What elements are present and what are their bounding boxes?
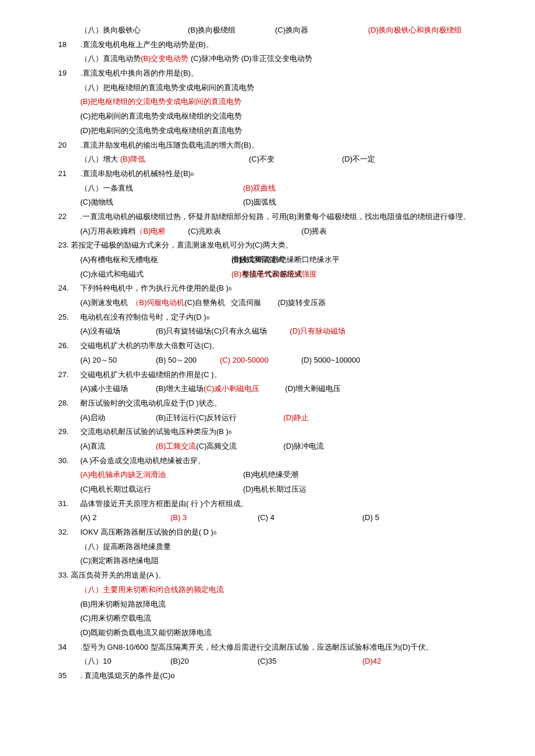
- q27-stem: 交磁电机扩大机中去磁绕组的作用是(C )。: [80, 368, 500, 382]
- q26-stem: 交磁电机扩大机的功率放大倍数可达(C)。: [80, 339, 500, 353]
- q17-opt-b: (B)换向极绕组: [188, 23, 275, 38]
- q23-opt-a: (A)有槽电枢和无槽电枢: [80, 253, 231, 267]
- q27-opt-c: (C)减小剩磁电压: [204, 382, 285, 396]
- q30-opt-c: (C)电机长期过载运行: [80, 482, 243, 497]
- q31-num: 31.: [58, 497, 80, 511]
- q28-num: 28.: [58, 396, 80, 411]
- q17-opt-d: (D)换向极铁心和换向极绕组: [368, 23, 462, 38]
- q19-opt-a: （八）把电枢绕组的直流电势变成电刷间的直流电势: [58, 81, 500, 95]
- q23-stem: 23. 若按定子磁极的励磁方式来分，直流测速发电机可分为(C)两大类。: [58, 238, 500, 253]
- q25-num: 25.: [58, 310, 80, 325]
- q32-num: 32.: [58, 525, 80, 540]
- q24-options: (A)测速发电机 （B)伺服电动机 (C)自整角机 交流伺服 (D)旋转变压器: [58, 296, 500, 310]
- q29-opt-a: (A)直流: [80, 439, 156, 454]
- q29-opt-d: (D)脉冲电流: [283, 439, 324, 454]
- q21-options-row2: (C)抛物线 (D)圆弧线: [58, 195, 500, 210]
- q26-opt-b: (B) 50～200: [156, 353, 220, 368]
- q34-options: （八）10 (B)20 (C)35 (D)42: [58, 654, 500, 669]
- q33-stem: 33. 高压负荷开关的用途是(A )。: [58, 568, 500, 583]
- q21-options-row1: （八）一条直线 (B)双曲线: [58, 181, 500, 196]
- q31-options: (A) 2 (B) 3 (C) 4 (D) 5: [58, 511, 500, 525]
- q26-num: 26.: [58, 339, 80, 353]
- q27-opt-b: (B)增大主磁场: [156, 382, 204, 396]
- q31-stem: 晶体管接近开关原理方框图是由( 行 )个方框组成。: [80, 497, 500, 511]
- q22-stem: .一直流电动机的磁极绕组过热，怀疑并励绕组部分短路，可用(B)测量每个磁极绕组，…: [80, 210, 500, 224]
- q21: 21 .直流串励电动机的机械特性是(B)₀: [58, 167, 500, 181]
- q25-opt-b: (B)只有旋转磁场: [156, 324, 211, 339]
- q18-stem: .直流发电机电枢上产生的电动势是(B)。: [80, 38, 500, 52]
- q33-opt-b: (B)用来切断短路故障电流: [58, 597, 500, 612]
- q25-options: (A)没有磁场 (B)只有旋转磁场 (C)只有永久磁场 (D)只有脉动磁场: [58, 324, 500, 339]
- q32-opt-a: （八）提高断路器绝缘质量: [58, 540, 500, 554]
- q33-opt-d: (D)既能切断负载电流又能切断故障电流: [58, 626, 500, 640]
- q23-row2: (C)永磁式和电磁式 (B)考核电气设备绝缘强度 整流子式和感应式: [58, 267, 500, 282]
- q28: 28. 耐压试验时的交流电动机应处于(D )状态。: [58, 396, 500, 411]
- q32-opt-c: (C)测定断路器绝缘电阻: [58, 554, 500, 568]
- q21-stem: .直流串励电动机的机械特性是(B)₀: [80, 167, 500, 181]
- q18-opt-a: （八）直流电动势: [80, 54, 141, 63]
- q21-opt-a: （八）一条直线: [80, 181, 243, 196]
- q31-opt-b: (B) 3: [170, 511, 258, 525]
- q34-opt-c: (C)35: [258, 654, 362, 669]
- q25-opt-d: (D)只有脉动磁场: [290, 324, 345, 339]
- q23-ov-b2b: 绝缘断口绝缘水平: [279, 255, 340, 264]
- q20-opt-a: （八）增大: [80, 155, 120, 163]
- q18-opt-cd: (C)脉冲电动势 (D)非正弦交变电动势: [191, 54, 312, 63]
- q25: 25. 电动机在没有控制信号时，定子内(D )₀: [58, 310, 500, 325]
- q17-opt-a: （八）换向极铁心: [80, 23, 188, 38]
- q21-opt-d: (D)圆弧线: [243, 195, 276, 210]
- q23-opt-c: (C)永磁式和电磁式: [80, 267, 231, 282]
- q27-opt-d: (D)增大剩磁电压: [285, 382, 341, 396]
- q34-opt-b: (B)20: [170, 654, 258, 669]
- q26-options: (A) 20～50 (B) 50～200 (C) 200-50000 (D) 5…: [58, 353, 500, 368]
- q24-opt-a: (A)测速发电机: [80, 296, 128, 310]
- q30-row2: (C)电机长期过载运行 (D)电机长期过压运: [58, 482, 500, 497]
- q19-num: 19: [58, 66, 80, 81]
- q31: 31. 晶体管接近开关原理方框图是由( 行 )个方框组成。: [58, 497, 500, 511]
- q19-opt-c: (C)把电刷间的直流电势变成电枢绕组的交流电势: [58, 109, 500, 124]
- q19-stem: .直流发电机中换向器的作用是(B)。: [80, 66, 500, 81]
- q34-opt-d: (D)42: [362, 654, 381, 669]
- q30-opt-b: (B)电机绝缘受潮: [243, 468, 298, 482]
- q29-num: 29.: [58, 425, 80, 439]
- q28-opt-c: (C)反转运行: [196, 411, 283, 425]
- q29-stem: 交流电动机耐压试验的试验电压种类应为(B )₀: [80, 425, 500, 439]
- q30-stem: (A )不会造成交流电动机绝缘被击穿。: [80, 454, 500, 468]
- q22-opt-c: (C)兆欧表: [188, 224, 301, 239]
- q17-options: （八）换向极铁心 (B)换向极绕组 (C)换向器 (D)换向极铁心和换向极绕组: [58, 23, 500, 38]
- q29-opt-c: (C)高频交流: [196, 439, 283, 454]
- q28-stem: 耐压试验时的交流电动机应处于(D )状态。: [80, 396, 500, 411]
- q29-options: (A)直流 (B)工频交流 (C)高频交流 (D)脉冲电流: [58, 439, 500, 454]
- q30-row1: (A)电机轴承内缺乏润滑油 (B)电机绝缘受潮: [58, 468, 500, 482]
- q25-stem: 电动机在没有控制信号时，定子内(D )₀: [80, 310, 500, 325]
- q20-opt-d: (D)不一定: [342, 152, 375, 167]
- q27-opt-a: (A)减小主磁场: [80, 382, 156, 396]
- q26: 26. 交磁电机扩大机的功率放大倍数可达(C)。: [58, 339, 500, 353]
- q31-opt-d: (D) 5: [362, 511, 379, 525]
- q24-opt-c1: (C)自整角机: [184, 296, 225, 310]
- q34: 34 .型号为 GN8-10/600 型高压隔离开关，经大修后需进行交流耐压试验…: [58, 640, 500, 655]
- q21-opt-b: (B)双曲线: [243, 181, 276, 196]
- q25-opt-c: (C)只有永久磁场: [211, 324, 290, 339]
- q24: 24. 下列特种电机中，作为执行元件使用的是(B )₀: [58, 281, 500, 296]
- q19-opt-b: (B)把电枢绕组的交流电势变成电刷间的直流电势: [58, 95, 500, 109]
- q23-ov-d2: 整流子式和感应式: [242, 267, 302, 282]
- q19: 19 .直流发电机中换向器的作用是(B)。: [58, 66, 500, 81]
- q28-opt-d: (D)静止: [283, 411, 309, 425]
- q18-options: （八）直流电动势(B)交变电动势 (C)脉冲电动势 (D)非正弦交变电动势: [58, 52, 500, 66]
- q22-options: (A)万用表欧姆档 （B)电桥 (C)兆欧表 (D)摇表: [58, 224, 500, 239]
- q19-opt-d: (D)把电刷间的交流电势变成电枢绕组的直流电势: [58, 124, 500, 138]
- q25-opt-a: (A)没有磁场: [80, 324, 156, 339]
- q21-num: 21: [58, 167, 80, 181]
- q20-stem: .直流并励发电机的输出电压随负载电流的增大而(B)。: [80, 138, 500, 153]
- q22: 22 .一直流电动机的磁极绕组过热，怀疑并励绕组部分短路，可用(B)测量每个磁极…: [58, 210, 500, 224]
- q32: 32. IOKV 高压断路器耐压试验的目的是( D )₀: [58, 525, 500, 540]
- q34-stem: .型号为 GN8-10/600 型高压隔离开关，经大修后需进行交流耐压试验，应选…: [80, 640, 500, 655]
- q22-opt-d: (D)摇表: [301, 224, 327, 239]
- q26-opt-a: (A) 20～50: [80, 353, 156, 368]
- q20: 20 .直流并励发电机的输出电压随负载电流的增大而(B)。: [58, 138, 500, 153]
- q31-opt-c: (C) 4: [258, 511, 362, 525]
- q29: 29. 交流电动机耐压试验的试验电压种类应为(B )₀: [58, 425, 500, 439]
- q28-options: (A)启动 (B)正转运行 (C)反转运行 (D)静止: [58, 411, 500, 425]
- q34-num: 34: [58, 640, 80, 655]
